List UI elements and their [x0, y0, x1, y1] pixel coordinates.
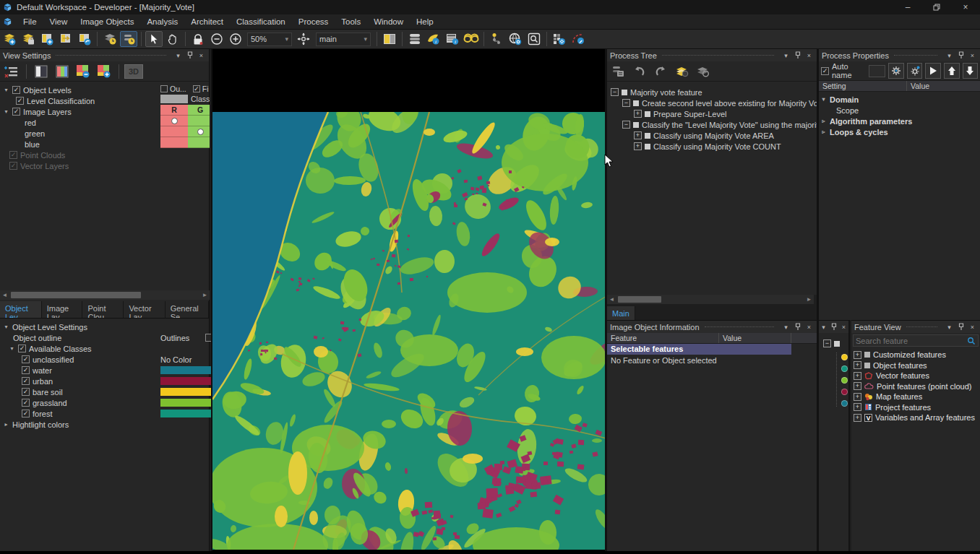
auto-name-checkbox[interactable]: ✓ — [821, 67, 829, 75]
collapse-box-icon[interactable]: − — [622, 99, 630, 107]
class-dot-grassland[interactable] — [841, 377, 848, 384]
fill-checkbox[interactable]: ✓ — [193, 85, 200, 92]
navigate-button[interactable] — [295, 31, 312, 47]
layer-ops-button[interactable] — [694, 64, 711, 79]
process-node-0[interactable]: −Majority vote feature — [611, 87, 833, 98]
process-node-3[interactable]: −Classify the "Level Majority Vote" usin… — [622, 119, 833, 130]
fv-project-features[interactable]: +Project features — [851, 402, 980, 413]
move-up-button[interactable] — [944, 63, 960, 79]
fv-customized-features[interactable]: +Customized features — [851, 350, 980, 360]
classified-map-image[interactable] — [212, 112, 606, 550]
checkbox-checked[interactable]: ✓ — [12, 86, 20, 94]
class-color-swatch-bare-soil[interactable] — [160, 388, 218, 396]
run-process-button[interactable] — [610, 64, 627, 79]
expand-box-icon[interactable]: + — [854, 351, 861, 359]
find-button[interactable] — [525, 31, 543, 47]
tree-row-blue[interactable]: blue — [25, 139, 95, 150]
pin-icon[interactable] — [956, 51, 966, 60]
tree-row-available-classes[interactable]: ▾✓Available Classes — [9, 343, 92, 354]
pp-row-scope[interactable]: Scope — [820, 105, 979, 116]
zoom-out-button[interactable] — [208, 31, 225, 47]
process-node-4[interactable]: +Classify using Majority Vote AREA — [634, 130, 833, 141]
tree-row-class-unclassified[interactable]: ✓unclassified — [22, 354, 92, 365]
class-color-swatch-grassland[interactable] — [160, 399, 218, 407]
menu-tools[interactable]: Tools — [335, 15, 367, 28]
close-icon[interactable]: × — [804, 51, 814, 60]
collapse-box-icon[interactable]: − — [823, 339, 831, 347]
collapse-icon[interactable]: ▾ — [3, 108, 9, 115]
scroll-left-icon[interactable]: ◄ — [0, 292, 9, 298]
class-color-swatch-water[interactable] — [160, 366, 218, 374]
process-tree-button[interactable] — [488, 31, 505, 47]
checkbox-checked[interactable]: ✓ — [22, 399, 30, 407]
menu-analysis[interactable]: Analysis — [140, 15, 184, 28]
close-button[interactable]: × — [951, 0, 980, 14]
panel-menu-icon[interactable]: ▾ — [820, 322, 828, 332]
execute-button[interactable] — [925, 63, 941, 79]
menu-help[interactable]: Help — [410, 15, 440, 28]
checkbox-checked[interactable]: ✓ — [22, 410, 30, 417]
checkbox-checked[interactable]: ✓ — [18, 345, 26, 352]
map-select[interactable]: main▾ — [316, 33, 371, 46]
tree-row-class-forest[interactable]: ✓forest — [22, 408, 92, 419]
edit-level-button[interactable] — [3, 64, 20, 79]
add-view-button[interactable] — [95, 64, 113, 79]
pin-icon[interactable] — [956, 322, 966, 332]
restore-button[interactable] — [922, 0, 951, 14]
collapse-box-icon[interactable]: − — [611, 88, 619, 96]
manage-plates-button[interactable] — [551, 31, 568, 47]
layer-history-button[interactable] — [101, 31, 119, 47]
scrollbar-thumb[interactable] — [11, 292, 141, 298]
class-color-swatch-urban[interactable] — [160, 377, 218, 385]
panel-menu-icon[interactable]: ▾ — [173, 51, 183, 60]
checkbox-checked[interactable]: ✓ — [16, 97, 24, 105]
scroll-right-icon[interactable]: ► — [200, 292, 210, 298]
horizontal-scrollbar[interactable]: ◄ ► — [607, 295, 814, 304]
class-dot-forest[interactable] — [841, 365, 848, 372]
rgb-layer-view-button[interactable] — [53, 64, 71, 79]
redo-button[interactable] — [652, 64, 669, 79]
pp-row-loops-cycles[interactable]: ▹Loops & cycles — [820, 126, 979, 137]
expand-icon[interactable]: ▸ — [3, 421, 9, 428]
close-icon[interactable]: × — [804, 322, 814, 332]
collapse-box-icon[interactable]: − — [622, 121, 630, 129]
horizontal-scrollbar[interactable]: ◄ ► — [0, 290, 210, 300]
radio-selected[interactable] — [171, 118, 178, 124]
delete-levels-button[interactable] — [673, 64, 690, 79]
pin-icon[interactable] — [185, 51, 194, 60]
tree-row-class-water[interactable]: ✓water — [22, 365, 92, 376]
class-color-swatch[interactable] — [160, 95, 188, 103]
value-column-header[interactable]: Value — [719, 333, 791, 343]
process-history-button[interactable] — [120, 31, 137, 47]
import-scene-button[interactable] — [57, 31, 74, 47]
panel-menu-icon[interactable]: ▾ — [781, 322, 791, 332]
menu-window[interactable]: Window — [367, 15, 410, 28]
process-name-input[interactable] — [869, 65, 885, 77]
checkbox-checked[interactable]: ✓ — [22, 377, 30, 385]
close-icon[interactable]: × — [968, 51, 977, 60]
menu-image-objects[interactable]: Image Objects — [74, 15, 140, 28]
workspace-settings-button[interactable] — [507, 31, 524, 47]
collapse-icon[interactable]: ▾ — [820, 96, 827, 103]
checkbox-checked[interactable]: ✓ — [22, 355, 30, 363]
checkbox-checked[interactable]: ✓ — [12, 108, 20, 116]
expand-box-icon[interactable]: + — [634, 110, 642, 118]
feature-search-box[interactable] — [853, 334, 979, 347]
single-layer-view-button[interactable] — [33, 64, 50, 79]
show-classification-button[interactable] — [463, 31, 480, 47]
process-node-2[interactable]: +Prepare Super-Level — [634, 108, 833, 119]
expand-box-icon[interactable]: + — [854, 372, 861, 380]
panel-menu-icon[interactable]: ▾ — [945, 51, 954, 60]
fv-point-features[interactable]: +Point features (point cloud) — [851, 381, 980, 392]
strip-root-row[interactable]: − — [823, 339, 840, 347]
pin-icon[interactable] — [830, 322, 838, 332]
panel-menu-icon[interactable]: ▾ — [781, 51, 791, 60]
tree-row-image-layers[interactable]: ▾✓Image Layers — [3, 106, 95, 117]
close-icon[interactable]: × — [197, 51, 206, 60]
checkbox-checked[interactable]: ✓ — [22, 366, 30, 374]
zoom-in-button[interactable] — [227, 31, 244, 47]
tree-row-highlight-colors[interactable]: ▸Hightlight colors — [3, 419, 92, 430]
scroll-right-icon[interactable]: ► — [804, 296, 814, 303]
feature-column-header[interactable]: Feature — [607, 333, 719, 343]
pp-row-domain[interactable]: ▾Domain — [820, 94, 979, 105]
